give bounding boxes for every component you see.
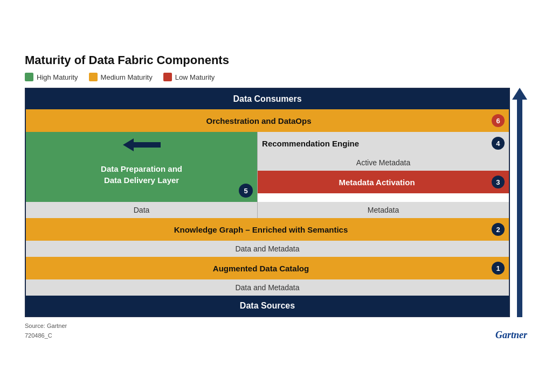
data-sources-row: Data Sources [26,296,509,316]
data-consumers-row: Data Consumers [26,89,509,109]
metadata-activation-badge: 3 [492,176,505,188]
augmented-catalog-row: Augmented Data Catalog 1 [26,257,509,279]
data-sources-label: Data Sources [240,301,295,310]
split-main-row: Data Preparation and Data Delivery Layer… [26,132,509,202]
data-label: Data [26,202,258,218]
diagram-wrapper: Data Consumers Orchestration and DataOps… [25,88,527,317]
data-consumers-label: Data Consumers [233,94,301,103]
arrow-head-up [512,88,527,100]
data-metadata-2-label: Data and Metadata [235,283,299,292]
medium-maturity-label: Medium Maturity [101,73,153,81]
legend-high: High Maturity [25,73,78,81]
rec-engine-row: Recommendation Engine 4 [258,132,509,155]
orchestration-label: Orchestration and DataOps [30,116,487,125]
inner-arrow [123,138,161,151]
legend-low: Low Maturity [163,73,215,81]
arrow-shaft-horiz [134,142,161,148]
orchestration-row: Orchestration and DataOps 6 [26,109,509,132]
low-maturity-label: Low Maturity [175,73,215,81]
data-prep-section: Data Preparation and Data Delivery Layer… [26,132,258,202]
data-prep-label: Data Preparation and Data Delivery Layer [101,163,182,186]
low-maturity-box [163,73,172,81]
code-label: 720486_C [25,331,527,341]
knowledge-graph-label: Knowledge Graph – Enriched with Semantic… [30,225,492,234]
data-prep-block: Data Preparation and Data Delivery Layer… [26,132,257,202]
augmented-catalog-label: Augmented Data Catalog [30,264,492,273]
legend-medium: Medium Maturity [89,73,153,81]
rec-engine-badge: 4 [492,137,505,150]
orchestration-badge: 6 [492,114,505,127]
diagram: Data Consumers Orchestration and DataOps… [25,88,510,317]
knowledge-graph-badge: 2 [492,223,505,236]
knowledge-graph-row: Knowledge Graph – Enriched with Semantic… [26,218,509,241]
high-maturity-box [25,73,33,81]
right-arrow [512,88,527,317]
active-metadata-label: Active Metadata [356,158,410,167]
footnote: Source: Gartner 720486_C [25,321,527,340]
legend: High Maturity Medium Maturity Low Maturi… [25,73,527,81]
augmented-catalog-badge: 1 [492,262,505,275]
data-metadata-1-label: Data and Metadata [235,244,299,253]
right-section: Recommendation Engine 4 Active Metadata … [258,132,509,202]
medium-maturity-box [89,73,98,81]
metadata-label: Metadata [258,202,509,218]
gartner-logo: Gartner [495,330,527,341]
rec-engine-label: Recommendation Engine [262,139,359,148]
metadata-activation-row: Metadata Activation 3 [258,171,509,193]
arrow-shaft-vert [517,100,522,317]
active-metadata-row: Active Metadata [258,155,509,171]
data-metadata-split-row: Data Metadata [26,202,509,218]
arrow-head-left [123,138,134,151]
main-card: Maturity of Data Fabric Components High … [12,43,540,349]
metadata-activation-label: Metadata Activation [262,178,492,187]
data-metadata-1-row: Data and Metadata [26,241,509,257]
high-maturity-label: High Maturity [37,73,78,81]
data-metadata-2-row: Data and Metadata [26,279,509,296]
source-label: Source: Gartner [25,321,527,331]
data-prep-badge: 5 [239,184,253,198]
page-title: Maturity of Data Fabric Components [25,53,527,67]
